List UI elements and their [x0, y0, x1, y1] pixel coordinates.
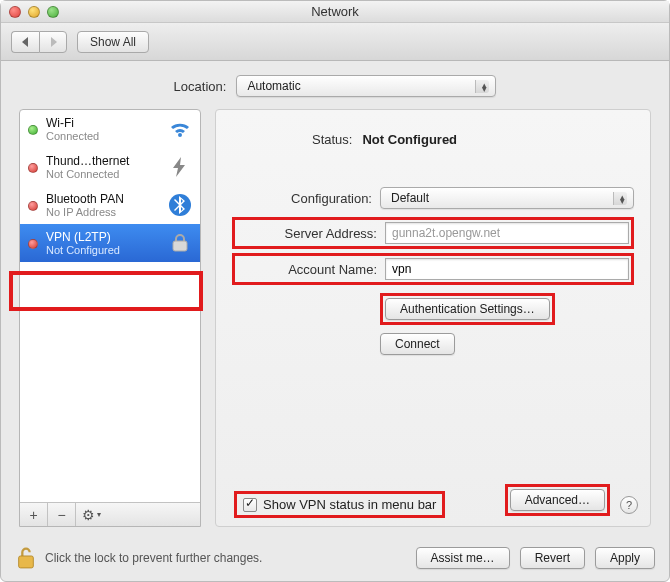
minimize-icon[interactable]: [28, 6, 40, 18]
highlight-auth-settings: Authentication Settings…: [380, 293, 555, 325]
authentication-settings-button[interactable]: Authentication Settings…: [385, 298, 550, 320]
svg-rect-2: [19, 556, 34, 568]
sidebar-item-thunderbolt[interactable]: Thund…thernet Not Connected: [20, 148, 200, 186]
connect-button[interactable]: Connect: [380, 333, 455, 355]
gear-menu-button[interactable]: ⚙︎ ▾: [76, 503, 200, 526]
forward-button[interactable]: [39, 31, 67, 53]
highlight-show-status: Show VPN status in menu bar: [234, 491, 445, 518]
connect-row: Connect: [232, 333, 634, 355]
highlight-server-address: Server Address:: [232, 217, 634, 249]
footer-buttons: Assist me… Revert Apply: [416, 547, 655, 569]
service-sub: Not Configured: [46, 244, 160, 256]
status-dot-icon: [28, 125, 38, 135]
service-list: Wi-Fi Connected Thund…thernet Not Connec…: [20, 110, 200, 502]
server-address-label: Server Address:: [237, 226, 377, 241]
service-name: Thund…thernet: [46, 154, 160, 168]
status-dot-icon: [28, 201, 38, 211]
help-button[interactable]: ?: [620, 496, 638, 514]
wifi-icon: [168, 117, 192, 141]
status-label: Status:: [312, 132, 352, 147]
service-sub: Not Connected: [46, 168, 160, 180]
service-name: Bluetooth PAN: [46, 192, 160, 206]
main-split: Wi-Fi Connected Thund…thernet Not Connec…: [19, 109, 651, 527]
bluetooth-icon: [168, 193, 192, 217]
status-row: Status: Not Configured: [232, 132, 634, 147]
apply-button[interactable]: Apply: [595, 547, 655, 569]
configuration-label: Configuration:: [232, 191, 372, 206]
server-address-input[interactable]: [385, 222, 629, 244]
toolbar: Show All: [1, 23, 669, 61]
configuration-row: Configuration: Default ▴▾: [232, 187, 634, 209]
thunderbolt-icon: [168, 155, 192, 179]
sidebar-tools: + − ⚙︎ ▾: [20, 502, 200, 526]
revert-button[interactable]: Revert: [520, 547, 585, 569]
chevron-updown-icon: ▴▾: [482, 83, 487, 91]
gear-icon: ⚙︎: [82, 507, 95, 523]
vpn-lock-icon: [168, 231, 192, 255]
show-all-button[interactable]: Show All: [77, 31, 149, 53]
chevron-down-icon: ▾: [97, 510, 101, 519]
location-popup[interactable]: Automatic ▴▾: [236, 75, 496, 97]
highlight-advanced: Advanced…: [505, 484, 610, 516]
remove-service-button[interactable]: −: [48, 503, 76, 526]
lock-text: Click the lock to prevent further change…: [45, 551, 408, 565]
configuration-value: Default: [391, 191, 429, 205]
advanced-button[interactable]: Advanced…: [510, 489, 605, 511]
service-name: VPN (L2TP): [46, 230, 160, 244]
status-value: Not Configured: [362, 132, 457, 147]
location-value: Automatic: [247, 79, 300, 93]
svg-rect-1: [173, 241, 187, 251]
close-icon[interactable]: [9, 6, 21, 18]
show-status-checkbox[interactable]: [243, 498, 257, 512]
window-title: Network: [1, 4, 669, 19]
location-row: Location: Automatic ▴▾: [19, 75, 651, 97]
content: Location: Automatic ▴▾ Wi-Fi Connected: [1, 61, 669, 527]
back-button[interactable]: [11, 31, 39, 53]
account-name-input[interactable]: [385, 258, 629, 280]
show-status-label: Show VPN status in menu bar: [263, 497, 436, 512]
account-name-label: Account Name:: [237, 262, 377, 277]
sidebar-item-vpn[interactable]: VPN (L2TP) Not Configured: [20, 224, 200, 262]
bottom-bar: Click the lock to prevent further change…: [15, 545, 655, 571]
highlight-account-name: Account Name:: [232, 253, 634, 285]
service-sub: Connected: [46, 130, 160, 142]
chevron-updown-icon: ▴▾: [620, 195, 625, 203]
window-traffic-lights: [9, 6, 59, 18]
configuration-popup[interactable]: Default ▴▾: [380, 187, 634, 209]
assist-me-button[interactable]: Assist me…: [416, 547, 510, 569]
add-service-button[interactable]: +: [20, 503, 48, 526]
help-icon: ?: [626, 499, 632, 511]
sidebar-item-bluetooth[interactable]: Bluetooth PAN No IP Address: [20, 186, 200, 224]
preferences-window: Network Show All Location: Automatic ▴▾: [0, 0, 670, 582]
nav-segment: [11, 31, 67, 53]
status-dot-icon: [28, 163, 38, 173]
service-sub: No IP Address: [46, 206, 160, 218]
titlebar: Network: [1, 1, 669, 23]
location-label: Location:: [174, 79, 227, 94]
zoom-icon[interactable]: [47, 6, 59, 18]
service-sidebar: Wi-Fi Connected Thund…thernet Not Connec…: [19, 109, 201, 527]
auth-row: Authentication Settings…: [232, 293, 634, 325]
lock-icon[interactable]: [15, 545, 37, 571]
status-dot-icon: [28, 239, 38, 249]
sidebar-item-wifi[interactable]: Wi-Fi Connected: [20, 110, 200, 148]
detail-panel: Status: Not Configured Configuration: De…: [215, 109, 651, 527]
service-name: Wi-Fi: [46, 116, 160, 130]
